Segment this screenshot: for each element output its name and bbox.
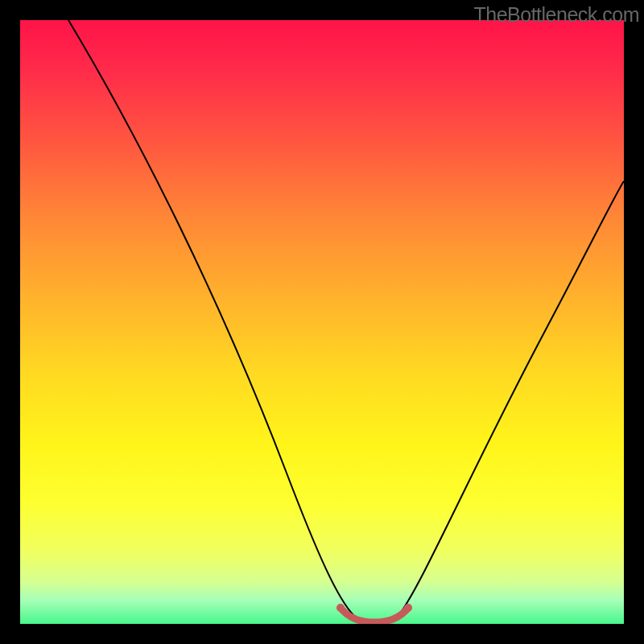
watermark-text: TheBottleneck.com (474, 3, 640, 27)
main-curve-line (68, 20, 624, 622)
chart-svg (20, 20, 624, 624)
highlight-point-left (336, 604, 345, 612)
highlight-point-right (404, 604, 412, 612)
highlight-curve-segment (341, 608, 408, 622)
bottleneck-chart: TheBottleneck.com (0, 0, 644, 644)
